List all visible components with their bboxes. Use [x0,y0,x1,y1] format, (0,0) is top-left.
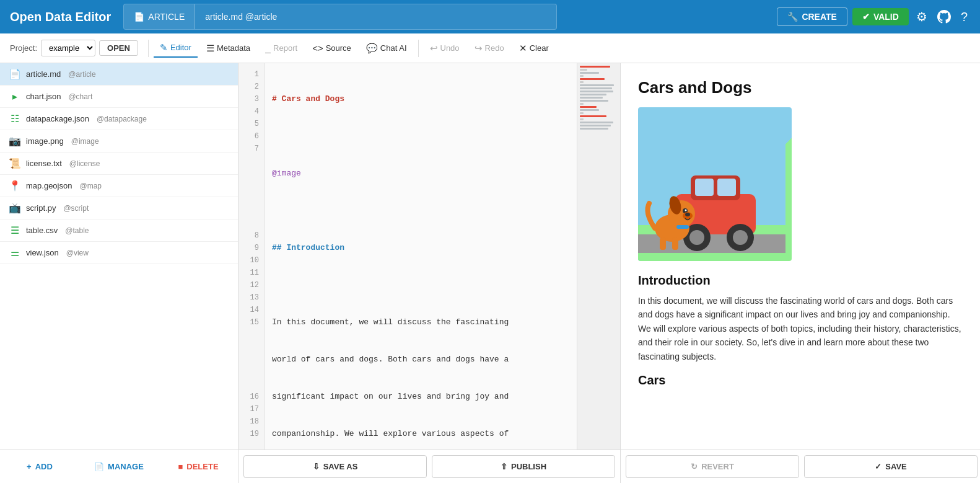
preview-image [638,107,792,261]
redo-icon: ↪ [475,43,483,54]
top-header: Open Data Editor 📄 ARTICLE article.md @a… [0,0,980,33]
open-button[interactable]: OPEN [99,40,138,56]
chatai-tab[interactable]: 💬 Chat AI [360,40,413,57]
wrench-icon: 🔧 [787,12,798,22]
article-tab-icon: 📄 [134,12,144,22]
sidebar-item-license[interactable]: 📜 license.txt @license [0,153,238,175]
clear-button[interactable]: ✕ Clear [513,40,555,57]
save-button[interactable]: ✓ SAVE [804,455,978,478]
preview-intro-heading: Introduction [638,273,963,288]
sidebar-item-script[interactable]: 📺 script.py @script [0,197,238,219]
header-file-path: article.md @article [195,4,556,29]
preview-area: Cars and Dogs [621,63,980,483]
save-as-button[interactable]: ⇩ SAVE AS [243,455,427,478]
save-as-icon: ⇩ [313,462,320,471]
preview-cars-heading: Cars [638,373,963,388]
code-line-5: ## Introduction [272,242,569,254]
svg-rect-18 [676,225,689,229]
github-button[interactable] [935,7,953,26]
svg-rect-5 [695,179,714,196]
editor-area: 1 2 3 4 5 6 7 8 9 10 11 12 13 14 [238,63,621,483]
package-icon: ☷ [9,113,21,125]
manage-button[interactable]: 📄 MANAGE [79,450,159,483]
chart-icon: ▸ [9,91,21,102]
preview-footer: ↻ REVERT ✓ SAVE [621,450,980,483]
revert-button[interactable]: ↻ REVERT [626,455,799,478]
svg-rect-6 [717,179,736,196]
project-selector: Project: example OPEN [10,40,138,56]
manage-icon: 📄 [94,462,104,471]
sidebar-item-view[interactable]: ⚌ view.json @view [0,242,238,264]
sidebar-item-image[interactable]: 📷 image.png @image [0,130,238,153]
report-tab[interactable]: ⎯ Report [259,40,304,56]
source-tab[interactable]: <> Source [306,40,357,56]
project-label: Project: [10,43,37,53]
help-button[interactable]: ? [958,7,970,27]
sidebar-item-datapackage[interactable]: ☷ datapackage.json @datapackage [0,108,238,130]
map-icon: 📍 [9,180,21,192]
metadata-tab[interactable]: ☰ Metadata [200,40,256,57]
clear-icon: ✕ [519,43,527,54]
save-checkmark-icon: ✓ [875,462,882,471]
svg-rect-20 [672,237,678,250]
revert-icon: ↻ [691,462,698,471]
svg-rect-19 [660,237,666,250]
svg-point-14 [685,210,687,211]
header-tab-article[interactable]: 📄 ARTICLE [124,4,195,29]
article-icon: 📄 [9,68,21,80]
undo-button[interactable]: ↩ Undo [424,40,466,57]
line-numbers: 1 2 3 4 5 6 7 8 9 10 11 12 13 14 [238,63,265,450]
preview-title: Cars and Dogs [638,78,963,97]
image-icon: 📷 [9,135,21,147]
toolbar-divider-2 [418,40,419,57]
svg-point-10 [733,230,748,245]
code-editor[interactable]: 1 2 3 4 5 6 7 8 9 10 11 12 13 14 [238,63,620,450]
sidebar-item-chart[interactable]: ▸ chart.json @chart [0,86,238,108]
project-dropdown[interactable]: example [41,40,95,56]
create-button[interactable]: 🔧 CREATE [777,7,847,26]
app-title: Open Data Editor [10,10,111,24]
editor-minimap [577,63,620,450]
chatai-icon: 💬 [366,43,378,54]
publish-button[interactable]: ⇧ PUBLISH [432,455,615,478]
editor-icon: ✎ [160,42,168,53]
code-line-7: In this document, we will discuss the fa… [272,316,569,329]
code-line-1: # Cars and Dogs [272,93,569,105]
main-toolbar: Project: example OPEN ✎ Editor ☰ Metadat… [0,33,980,63]
sidebar-item-table[interactable]: ☰ table.csv @table [0,219,238,242]
undo-icon: ↩ [430,43,438,54]
sidebar: 📄 article.md @article ▸ chart.json @char… [0,63,238,483]
editor-footer: ⇩ SAVE AS ⇧ PUBLISH [238,450,620,483]
delete-icon: ■ [178,462,183,471]
report-icon: ⎯ [265,43,271,53]
preview-content: Cars and Dogs [621,63,980,450]
check-icon: ✔ [862,12,870,22]
header-tab-article-label: ARTICLE [148,12,185,22]
main-area: 📄 article.md @article ▸ chart.json @char… [0,63,980,483]
sidebar-item-map[interactable]: 📍 map.geojson @map [0,175,238,197]
valid-button[interactable]: ✔ VALID [852,8,909,25]
sidebar-footer: + ADD 📄 MANAGE ■ DELETE [0,450,238,483]
settings-button[interactable]: ⚙ [914,7,930,27]
add-icon: + [27,462,32,471]
code-line-3: @image [272,167,569,180]
metadata-icon: ☰ [206,43,214,54]
view-icon: ⚌ [9,247,21,259]
source-icon: <> [312,43,323,53]
toolbar-divider-1 [148,40,149,57]
table-icon: ☰ [9,224,21,236]
script-icon: 📺 [9,202,21,214]
code-lines[interactable]: # Cars and Dogs @image ## Introduction I… [265,63,577,450]
preview-intro-text: In this document, we will discuss the fa… [638,294,963,363]
redo-button[interactable]: ↪ Redo [468,40,510,57]
header-tab-bar: 📄 ARTICLE article.md @article [123,4,557,30]
add-button[interactable]: + ADD [0,450,79,483]
svg-point-8 [689,230,704,245]
file-list: 📄 article.md @article ▸ chart.json @char… [0,63,238,450]
svg-point-16 [685,213,690,216]
header-actions: 🔧 CREATE ✔ VALID ⚙ ? [777,7,970,27]
sidebar-item-article[interactable]: 📄 article.md @article [0,63,238,86]
delete-button[interactable]: ■ DELETE [159,450,238,483]
license-icon: 📜 [9,157,21,169]
editor-tab[interactable]: ✎ Editor [154,39,198,58]
